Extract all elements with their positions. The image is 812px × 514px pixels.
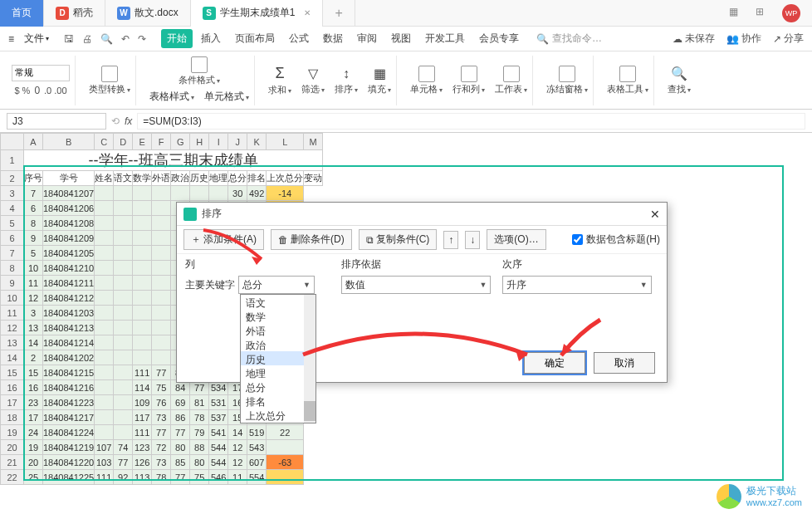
find-button[interactable]: 🔍查找 — [668, 66, 691, 94]
row-header-20[interactable]: 20 — [1, 440, 24, 455]
row-header-18[interactable]: 18 — [1, 410, 24, 425]
scrollbar-thumb[interactable] — [304, 401, 316, 421]
sort-button[interactable]: ↕排序 — [335, 66, 358, 94]
preview-icon[interactable]: 🔍 — [100, 33, 113, 45]
col-header-F[interactable]: F — [152, 134, 171, 150]
row-header-17[interactable]: 17 — [1, 395, 24, 410]
save-icon[interactable]: 🖫 — [64, 33, 74, 45]
tab-sheet[interactable]: S学生期末成绩单1✕ — [191, 0, 324, 27]
table-row[interactable]: 212018408412201037712673858054412607-63 — [1, 455, 323, 470]
row-header-19[interactable]: 19 — [1, 425, 24, 440]
formula-input[interactable]: =SUM(D3:I3) — [137, 113, 805, 130]
print-icon[interactable]: 🖨 — [82, 33, 92, 45]
row-header-5[interactable]: 5 — [1, 216, 24, 231]
table-row[interactable]: 37184084120730492-14 — [1, 186, 323, 201]
sum-button[interactable]: Σ求和 — [268, 65, 291, 95]
has-header-checkbox[interactable]: 数据包含标题(H) — [572, 233, 660, 247]
menu-hamburger-icon[interactable]: ≡ — [8, 33, 14, 45]
col-header-A[interactable]: A — [24, 134, 43, 150]
mtab-start[interactable]: 开始 — [161, 29, 193, 48]
number-format-select[interactable] — [12, 65, 70, 81]
add-condition-button[interactable]: ＋ 添加条件(A) — [183, 229, 264, 250]
col-header-B[interactable]: B — [43, 134, 95, 150]
col-header-H[interactable]: H — [190, 134, 209, 150]
cell-button[interactable]: 单元格 — [410, 66, 443, 95]
tab-home[interactable]: 首页 — [0, 0, 44, 27]
row-header-2[interactable]: 2 — [1, 171, 24, 186]
table-style-button[interactable]: 表格样式 — [149, 90, 194, 104]
move-up-button[interactable]: ↑ — [443, 231, 458, 249]
table-row[interactable]: 201918408412191077412372808854412543 — [1, 440, 323, 455]
column-combo[interactable]: 总分▼ — [238, 276, 315, 294]
name-box[interactable]: J3 — [7, 113, 106, 130]
col-header-E[interactable]: E — [133, 134, 152, 150]
unsaved-button[interactable]: ☁ 未保存 — [673, 32, 715, 46]
row-header-22[interactable]: 22 — [1, 470, 24, 485]
cond-format-button[interactable]: 条件格式 — [179, 56, 220, 86]
mtab-vip[interactable]: 会员专享 — [473, 29, 525, 48]
row-header-4[interactable]: 4 — [1, 201, 24, 216]
row-header-1[interactable]: 1 — [1, 150, 24, 171]
cancel-button[interactable]: 取消 — [594, 352, 655, 374]
worksheet-button[interactable]: 工作表 — [495, 66, 527, 95]
col-header-G[interactable]: G — [171, 134, 190, 150]
move-down-button[interactable]: ↓ — [465, 231, 480, 249]
row-header-15[interactable]: 15 — [1, 365, 24, 380]
col-header-I[interactable]: I — [209, 134, 228, 150]
col-header-D[interactable]: D — [114, 134, 133, 150]
avatar[interactable]: WP — [782, 4, 800, 22]
cell-format-button[interactable]: 单元格式 — [204, 90, 249, 104]
fill-button[interactable]: ▦填充 — [368, 66, 391, 94]
order-combo[interactable]: 升序▼ — [502, 276, 652, 294]
row-header-13[interactable]: 13 — [1, 335, 24, 350]
redo-icon[interactable]: ↷ — [138, 33, 146, 45]
has-header-input[interactable] — [572, 234, 583, 245]
tab-new[interactable]: + — [323, 0, 355, 27]
grid-icon[interactable]: ⊞ — [756, 6, 770, 21]
ok-button[interactable]: 确定 — [524, 352, 585, 374]
dialog-close-icon[interactable]: ✕ — [650, 208, 660, 221]
mtab-dev[interactable]: 开发工具 — [419, 29, 471, 48]
mtab-formula[interactable]: 公式 — [283, 29, 315, 48]
table-row[interactable]: 222518408412251119211378777554611554 — [1, 470, 323, 485]
table-row[interactable]: 192418408412241117777795411451922 — [1, 425, 323, 440]
tab-docer[interactable]: D稻壳 — [44, 0, 105, 27]
col-header-K[interactable]: K — [247, 134, 267, 150]
row-header-3[interactable]: 3 — [1, 186, 24, 201]
row-header-7[interactable]: 7 — [1, 246, 24, 261]
command-search[interactable]: 🔍 查找命令… — [536, 32, 602, 46]
col-header-C[interactable]: C — [95, 134, 114, 150]
row-header-16[interactable]: 16 — [1, 380, 24, 395]
row-header-8[interactable]: 8 — [1, 261, 24, 276]
row-header-6[interactable]: 6 — [1, 231, 24, 246]
mtab-pagelayout[interactable]: 页面布局 — [229, 29, 281, 48]
undo-icon[interactable]: ↶ — [121, 33, 130, 45]
col-header-L[interactable]: L — [267, 134, 304, 150]
delete-condition-button[interactable]: 🗑 删除条件(D) — [271, 229, 352, 250]
row-header-11[interactable]: 11 — [1, 306, 24, 321]
col-header-M[interactable]: M — [304, 134, 323, 150]
copy-condition-button[interactable]: ⧉ 复制条件(C) — [359, 229, 438, 250]
window-layout-icon[interactable]: ▦ — [729, 6, 744, 21]
mtab-insert[interactable]: 插入 — [195, 29, 227, 48]
dropdown-scrollbar[interactable] — [304, 295, 316, 423]
collab-button[interactable]: 👥 协作 — [726, 32, 761, 46]
row-header-9[interactable]: 9 — [1, 276, 24, 291]
fb-cancel-icon[interactable]: ⟲ — [111, 115, 120, 127]
row-header-12[interactable]: 12 — [1, 321, 24, 335]
mtab-view[interactable]: 视图 — [385, 29, 417, 48]
type-convert-button[interactable]: 类型转换 — [89, 66, 130, 95]
col-header-J[interactable]: J — [228, 134, 247, 150]
tools-button[interactable]: 表格工具 — [607, 66, 648, 95]
basis-combo[interactable]: 数值▼ — [341, 276, 491, 294]
row-header-14[interactable]: 14 — [1, 350, 24, 365]
file-menu[interactable]: 文件▾ — [19, 30, 54, 47]
row-header-10[interactable]: 10 — [1, 291, 24, 306]
freeze-button[interactable]: 冻结窗格 — [546, 66, 588, 95]
share-button[interactable]: ↗ 分享 — [773, 32, 804, 46]
mtab-review[interactable]: 审阅 — [351, 29, 383, 48]
rowscols-button[interactable]: 行和列 — [452, 66, 485, 95]
mtab-data[interactable]: 数据 — [317, 29, 349, 48]
row-header-21[interactable]: 21 — [1, 455, 24, 470]
options-button[interactable]: 选项(O)… — [487, 229, 545, 250]
